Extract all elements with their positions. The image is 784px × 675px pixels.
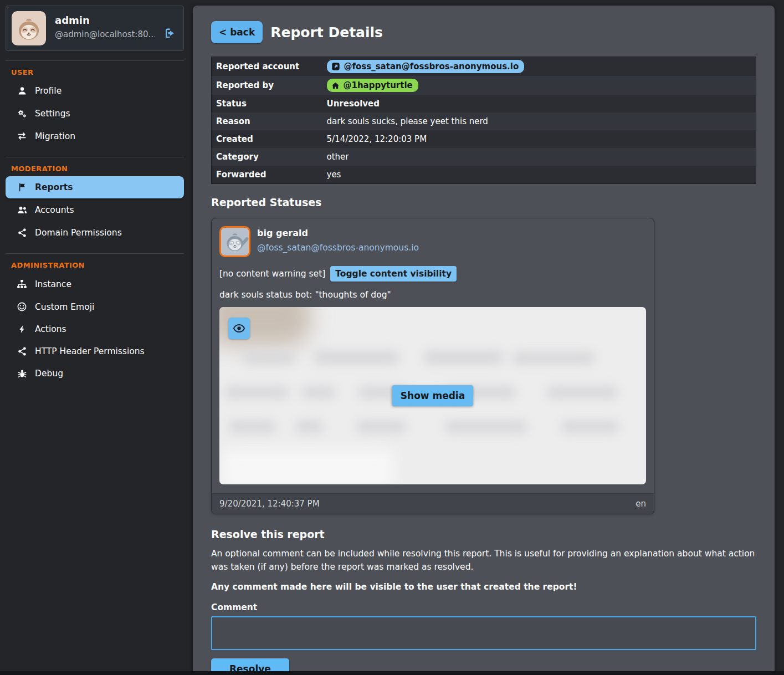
bug-icon — [16, 369, 28, 379]
media-blur-blob — [224, 386, 289, 399]
header-row: < back Report Details — [211, 21, 756, 43]
sloth-avatar — [219, 226, 250, 257]
users-icon — [16, 204, 28, 216]
sidebar-section-moderation: MODERATION Reports — [6, 157, 184, 244]
sidebar-item-custom-emoji[interactable]: Custom Emoji — [6, 295, 184, 318]
sidebar-item-profile[interactable]: Profile — [6, 80, 184, 102]
table-row: Status Unresolved — [212, 95, 756, 113]
status-handle[interactable]: @foss_satan@fossbros-anonymous.io — [257, 243, 419, 253]
sidebar-item-label: Actions — [35, 324, 66, 334]
reported-account-handle: @foss_satan@fossbros-anonymous.io — [344, 62, 519, 71]
media-blur-blob — [512, 351, 595, 365]
share-nodes-icon — [16, 346, 28, 356]
sidebar-item-label: Domain Permissions — [35, 228, 122, 238]
sidebar-item-label: Accounts — [35, 205, 74, 215]
sidebar-item-accounts[interactable]: Accounts — [6, 198, 184, 222]
section-label: ADMINISTRATION — [6, 261, 184, 273]
toggle-content-visibility-button[interactable]: Toggle content visibility — [330, 266, 457, 282]
content-warning-text: [no content warning set] — [219, 269, 325, 279]
sidebar-item-label: HTTP Header Permissions — [35, 346, 145, 356]
bottom-strip — [0, 671, 784, 675]
user-name: admin — [55, 14, 155, 26]
media-blur-blob — [228, 420, 276, 433]
status-media-blurred[interactable]: Show media — [219, 307, 646, 484]
sidebar-item-instance[interactable]: Instance — [6, 273, 184, 295]
media-blur-blob — [295, 420, 324, 433]
status-timestamp: 9/20/2021, 12:40:37 PM — [219, 499, 320, 509]
sidebar-item-label: Debug — [35, 369, 63, 379]
media-blur-blob — [546, 386, 618, 399]
status-card: big gerald @foss_satan@fossbros-anonymou… — [211, 218, 654, 514]
sidebar-item-label: Instance — [35, 279, 71, 289]
media-blur-blob — [423, 350, 504, 365]
report-details-panel: < back Report Details Reported account @… — [193, 6, 775, 675]
sidebar-item-debug[interactable]: Debug — [6, 362, 184, 385]
media-blur-blob — [243, 351, 295, 365]
sitemap-icon — [16, 279, 28, 289]
sidebar-item-label: Migration — [35, 131, 75, 141]
sidebar-section-user: USER Profile — [6, 60, 184, 147]
reported-statuses-heading: Reported Statuses — [211, 196, 756, 208]
section-label: MODERATION — [6, 165, 184, 176]
transfer-arrows-icon — [16, 131, 28, 141]
row-label: Created — [212, 130, 322, 148]
sidebar-item-reports[interactable]: Reports — [6, 176, 184, 198]
media-blur-blob — [356, 420, 407, 433]
forwarded-value: yes — [322, 166, 756, 184]
status-header: big gerald @foss_satan@fossbros-anonymou… — [219, 226, 646, 257]
row-label: Forwarded — [212, 166, 322, 184]
sidebar-item-actions[interactable]: Actions — [6, 318, 184, 340]
section-label: USER — [6, 68, 184, 80]
reported-account-badge[interactable]: @foss_satan@fossbros-anonymous.io — [327, 60, 525, 73]
external-link-icon — [331, 62, 340, 71]
table-row: Reported account @foss_satan@fossbros-an… — [212, 57, 756, 76]
table-row: Reason dark souls sucks, please yeet thi… — [212, 113, 756, 130]
report-details-table: Reported account @foss_satan@fossbros-an… — [211, 57, 756, 184]
back-button[interactable]: < back — [211, 21, 263, 43]
row-label: Category — [212, 148, 322, 166]
sidebar-item-migration[interactable]: Migration — [6, 125, 184, 147]
hide-media-eye-button[interactable] — [228, 318, 250, 339]
resolve-heading: Resolve this report — [211, 528, 756, 540]
row-label: Reported by — [212, 76, 322, 95]
sidebar-item-http-header-permissions[interactable]: HTTP Header Permissions — [6, 340, 184, 362]
table-row: Forwarded yes — [212, 166, 756, 184]
media-blur-blob — [301, 386, 336, 399]
status-language: en — [636, 499, 646, 509]
show-media-button[interactable]: Show media — [392, 385, 473, 406]
row-label: Reason — [212, 113, 322, 130]
house-icon — [331, 81, 340, 90]
sidebar-item-label: Profile — [35, 86, 62, 96]
reported-by-badge[interactable]: @1happyturtle — [327, 79, 418, 92]
sidebar-item-label: Reports — [35, 182, 73, 192]
status-content: dark souls status bot: "thoughts of dog" — [219, 290, 646, 300]
sidebar-item-settings[interactable]: Settings — [6, 102, 184, 125]
sidebar-section-administration: ADMINISTRATION Instance — [6, 253, 184, 385]
sidebar-item-label: Settings — [35, 109, 70, 119]
app-layout: admin @admin@localhost:80... USER — [0, 0, 784, 675]
reported-by-handle: @1happyturtle — [344, 80, 413, 90]
gears-icon — [16, 108, 28, 119]
table-row: Created 5/14/2022, 12:20:03 PM — [212, 130, 756, 148]
sidebar-item-domain-permissions[interactable]: Domain Permissions — [6, 222, 184, 244]
eye-icon — [233, 322, 245, 335]
media-blur-blob — [222, 450, 394, 484]
resolve-description: An optional comment can be included whil… — [211, 547, 756, 574]
media-blur-blob — [314, 350, 399, 365]
status-value: Unresolved — [322, 95, 756, 113]
media-blur-blob — [561, 420, 619, 433]
bolt-icon — [16, 324, 28, 334]
user-meta: admin @admin@localhost:80... — [55, 11, 155, 39]
flag-icon — [16, 182, 28, 192]
comment-textarea[interactable] — [211, 616, 756, 650]
status-footer: 9/20/2021, 12:40:37 PM en — [212, 493, 654, 514]
sidebar-item-label: Custom Emoji — [35, 302, 94, 312]
reason-value: dark souls sucks, please yeet this nerd — [322, 113, 756, 130]
smiley-icon — [16, 301, 28, 312]
share-nodes-icon — [16, 228, 28, 238]
row-label: Status — [212, 95, 322, 113]
content-warning-row: [no content warning set] Toggle content … — [219, 266, 646, 282]
user-card[interactable]: admin @admin@localhost:80... — [6, 6, 184, 51]
sidebar: admin @admin@localhost:80... USER — [6, 6, 184, 385]
logout-icon[interactable] — [163, 27, 176, 40]
